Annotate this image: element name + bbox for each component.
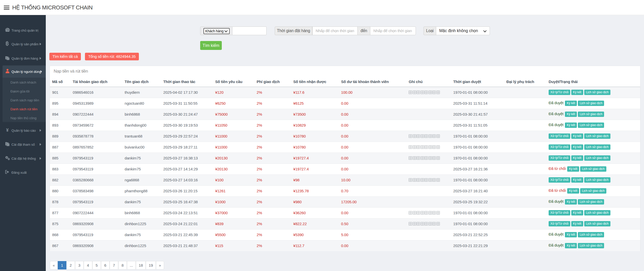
svg-text:¥: ¥: [6, 128, 9, 132]
